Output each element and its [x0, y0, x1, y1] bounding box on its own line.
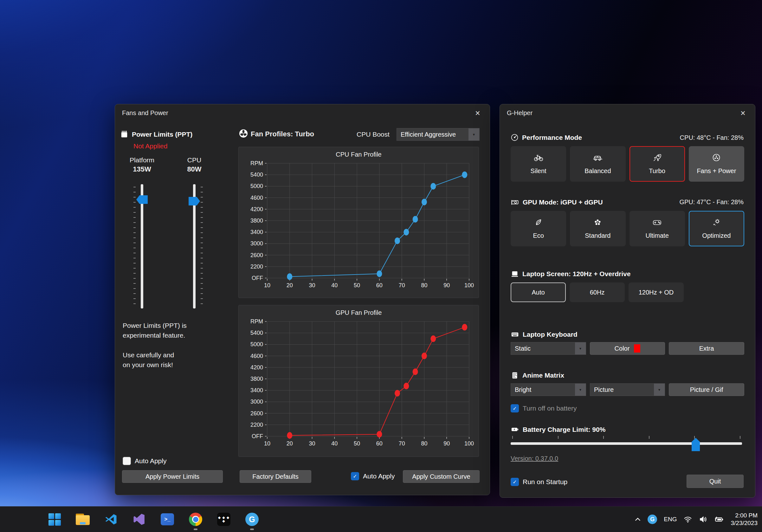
cpu-power-slider[interactable] — [185, 184, 204, 309]
svg-text:50: 50 — [354, 440, 360, 447]
svg-text:70: 70 — [399, 282, 405, 288]
performance-mode-title: Performance Mode — [522, 134, 582, 141]
gpu-button-standard[interactable]: Standard — [570, 211, 625, 246]
taskbar: >_ ◆ ◆ ◆◆ G G ENG — [0, 506, 762, 532]
folder-icon — [76, 514, 90, 525]
battery-limit-slider[interactable] — [511, 435, 742, 454]
svg-text:10: 10 — [264, 282, 270, 288]
chevron-down-icon[interactable]: ▼ — [575, 342, 586, 354]
cpu-fan-chart-panel[interactable]: CPU Fan Profile RPM540050004600420038003… — [238, 147, 479, 298]
svg-text:5000: 5000 — [251, 341, 263, 347]
run-on-startup-checkbox[interactable] — [511, 478, 519, 486]
slider-track[interactable] — [511, 442, 742, 445]
window-title: G-Helper — [507, 110, 533, 117]
start-button[interactable] — [44, 508, 65, 531]
tray-clock[interactable]: 2:00 PM 3/23/2023 — [730, 512, 758, 527]
version-link[interactable]: Version: 0.37.0.0 — [511, 455, 558, 462]
svg-text:4600: 4600 — [251, 195, 263, 201]
mode-button-fans-power[interactable]: Fans + Power — [689, 146, 744, 182]
battery-slider-thumb[interactable] — [692, 438, 700, 451]
matrix-brightness-dropdown[interactable]: Bright ▼ — [511, 383, 586, 396]
gpu-mode-title: GPU Mode: iGPU + dGPU — [523, 198, 603, 206]
apply-power-limits-button[interactable]: Apply Power Limits — [122, 470, 223, 483]
picture-gif-button[interactable]: Picture / Gif — [669, 383, 744, 396]
mode-button-label: Standard — [585, 232, 610, 239]
svg-text:2600: 2600 — [251, 410, 263, 417]
taskbar-icon-tidal[interactable]: ◆ ◆ ◆◆ — [214, 508, 234, 531]
slider-ticks — [512, 436, 740, 439]
volume-icon[interactable] — [699, 515, 708, 523]
close-icon[interactable]: × — [472, 108, 483, 119]
cpu-boost-dropdown[interactable]: Efficient Aggressive ▼ — [397, 128, 480, 141]
matrix-mode-value: Picture — [594, 386, 614, 394]
chevron-down-icon[interactable]: ▼ — [654, 384, 665, 396]
cpu-fan-chart[interactable]: RPM540050004600420038003400300026002200O… — [239, 159, 479, 296]
tray-ghelper-icon[interactable]: G — [648, 514, 657, 524]
mode-button-label: 60Hz — [590, 289, 605, 296]
taskbar-icon-file-explorer[interactable] — [73, 508, 93, 531]
svg-text:3000: 3000 — [251, 240, 263, 247]
gpu-fan-chart[interactable]: RPM540050004600420038003400300026002200O… — [239, 317, 479, 454]
gpu-chart-title: GPU Fan Profile — [239, 309, 479, 316]
svg-text:RPM: RPM — [251, 318, 263, 325]
auto-apply-checkbox[interactable] — [123, 457, 131, 465]
gpu-temp-status: GPU: 47°C - Fan: 28% — [679, 198, 744, 206]
gpu-button-ultimate[interactable]: Ultimate — [630, 211, 685, 246]
wifi-icon[interactable] — [683, 515, 692, 523]
slider-ticks — [133, 187, 136, 306]
matrix-mode-dropdown[interactable]: Picture ▼ — [590, 383, 665, 396]
laptop-screen-header: Laptop Screen: 120Hz + Overdrive — [511, 270, 631, 278]
taskbar-icon-visual-studio[interactable] — [129, 508, 149, 531]
gpu-fan-chart-panel[interactable]: GPU Fan Profile RPM540050004600420038003… — [238, 305, 479, 457]
ghelper-titlebar[interactable]: G-Helper × — [500, 104, 755, 122]
tray-chevron-up-icon[interactable] — [635, 517, 641, 521]
screen-button-60hz[interactable]: 60Hz — [570, 282, 625, 302]
gpu-button-eco[interactable]: Eco — [511, 211, 566, 246]
taskbar-icon-ghelper[interactable]: G — [242, 508, 262, 531]
turn-off-battery-checkbox[interactable] — [511, 404, 519, 413]
vscode-icon — [105, 513, 117, 526]
svg-text:4200: 4200 — [251, 364, 263, 371]
apply-custom-curve-button[interactable]: Apply Custom Curve — [403, 470, 480, 483]
chevron-down-icon[interactable]: ▼ — [575, 384, 586, 396]
power-limits-note: Power Limits (PPT) is experimental featu… — [123, 321, 221, 370]
platform-slider-thumb[interactable] — [136, 195, 148, 204]
keyboard-color-button[interactable]: Color — [590, 342, 665, 355]
svg-text:3800: 3800 — [251, 217, 263, 224]
taskbar-icon-vscode[interactable] — [101, 508, 121, 531]
mode-button-label: Silent — [531, 167, 547, 175]
keyboard-extra-button[interactable]: Extra — [669, 342, 744, 355]
taskbar-icon-powershell[interactable]: >_ — [157, 508, 178, 531]
mode-button-silent[interactable]: Silent — [511, 146, 566, 182]
gpu-mode-header: GPU Mode: iGPU + dGPU — [511, 198, 603, 206]
svg-text:20: 20 — [286, 440, 293, 447]
svg-text:40: 40 — [331, 282, 338, 288]
chevron-down-icon[interactable]: ▼ — [469, 128, 479, 140]
car-icon — [593, 153, 603, 164]
screen-button-120hz-od[interactable]: 120Hz + OD — [629, 282, 684, 302]
factory-defaults-button[interactable]: Factory Defaults — [240, 470, 311, 483]
cpu-boost-label: CPU Boost — [356, 131, 390, 138]
color-button-label: Color — [615, 345, 630, 352]
mode-button-turbo[interactable]: Turbo — [630, 146, 685, 182]
gpu-button-optimized[interactable]: Optimized — [689, 211, 744, 246]
taskbar-icon-chrome[interactable] — [186, 508, 206, 531]
mode-button-balanced[interactable]: Balanced — [570, 146, 625, 182]
tray-language[interactable]: ENG — [664, 516, 677, 523]
platform-label: Platform — [121, 156, 163, 164]
curve-auto-apply-row: Auto Apply — [351, 472, 395, 480]
turn-off-battery-label: Turn off on battery — [523, 405, 576, 412]
platform-power-slider[interactable] — [132, 184, 152, 309]
svg-text:90: 90 — [443, 282, 450, 288]
auto-apply-checkbox[interactable] — [351, 472, 359, 480]
matrix-brightness-value: Bright — [515, 386, 531, 394]
cpu-slider-thumb[interactable] — [189, 197, 200, 205]
quit-button[interactable]: Quit — [687, 475, 744, 488]
fans-window-titlebar[interactable]: Fans and Power × — [115, 104, 490, 122]
battery-tray-icon[interactable] — [715, 515, 724, 523]
svg-text:100: 100 — [464, 440, 474, 447]
screen-button-auto[interactable]: Auto — [511, 282, 566, 302]
svg-text:3800: 3800 — [251, 376, 263, 382]
close-icon[interactable]: × — [737, 108, 749, 119]
keyboard-mode-dropdown[interactable]: Static ▼ — [511, 342, 586, 355]
